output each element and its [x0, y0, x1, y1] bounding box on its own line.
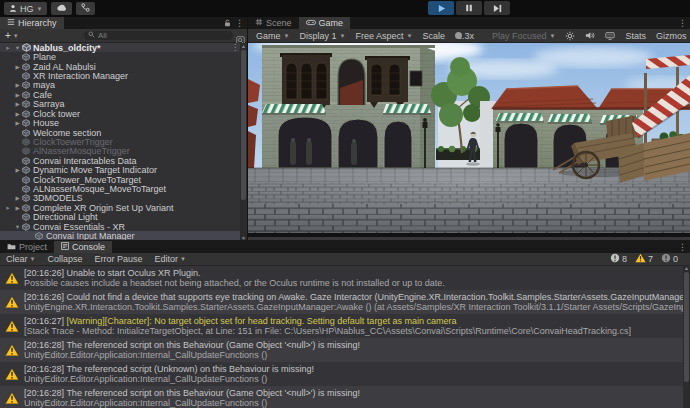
hierarchy-item[interactable]: ALNasserMosque_MoveToTarget — [0, 184, 247, 193]
foldout-arrow-icon[interactable]: ▶ — [13, 101, 22, 107]
hierarchy-item[interactable]: XR Interaction Manager — [0, 71, 247, 80]
hierarchy-item[interactable]: ▶Zaid AL Nabulsi — [0, 62, 247, 71]
picking-toggle-icon[interactable]: ➤ — [2, 45, 13, 51]
hierarchy-item[interactable]: ▶3DMODELS — [0, 194, 247, 203]
hierarchy-item[interactable]: ➤▶Complete XR Origin Set Up Variant — [0, 203, 247, 212]
tab-console[interactable]: Console — [54, 241, 112, 253]
error-pause-button[interactable]: Error Pause — [89, 253, 149, 265]
tab-scene[interactable]: Scene — [248, 17, 299, 29]
scroll-up-icon[interactable]: ▲ — [684, 265, 689, 271]
hierarchy-item[interactable]: Welcome section — [0, 128, 247, 137]
scene-asset-icon — [22, 43, 32, 52]
scale-slider-knob[interactable] — [455, 32, 462, 39]
foldout-arrow-icon[interactable]: ▶ — [13, 111, 22, 117]
step-button[interactable] — [484, 1, 510, 15]
hierarchy-search-input[interactable]: All — [84, 31, 233, 40]
chevron-down-icon: ▼ — [13, 33, 19, 39]
log-timestamp: [20:16:28] — [24, 364, 66, 374]
add-gameobject-button[interactable]: + ▼ — [0, 31, 24, 41]
audio-mute-icon[interactable] — [581, 31, 599, 40]
picking-toggle-icon[interactable]: ➤ — [2, 205, 13, 211]
hierarchy-item[interactable]: AlNasserMosqueTrigger — [0, 147, 247, 156]
aspect-dropdown[interactable]: Free Aspect▼ — [351, 31, 416, 41]
hierarchy-item[interactable]: ▶Sarraya — [0, 100, 247, 109]
scene-menu-icon[interactable]: ⋮ — [231, 43, 239, 52]
display-dropdown[interactable]: Display 1▼ — [295, 31, 349, 41]
info-count-toggle[interactable]: 8 — [610, 253, 627, 265]
console-menu-icon[interactable]: ⋮ — [678, 241, 687, 253]
log-trace: [Stack Trace - Method: InitializeTargetO… — [24, 326, 690, 337]
gear-icon[interactable] — [561, 31, 579, 41]
hierarchy-item[interactable]: Convai Interactables Data — [0, 156, 247, 165]
hierarchy-item[interactable]: ▶Clock tower — [0, 109, 247, 118]
hierarchy-item[interactable]: ClockToewerTrigger — [0, 137, 247, 146]
console-log-entry[interactable]: [20:16:28] The referenced script on this… — [0, 386, 690, 408]
lock-icon[interactable] — [224, 17, 231, 29]
foldout-arrow-icon[interactable]: ▶ — [13, 120, 22, 126]
console-log-entry[interactable]: [20:16:27] [Warning][Character]: No targ… — [0, 314, 690, 338]
tab-hierarchy[interactable]: Hierarchy — [0, 17, 64, 29]
console-log-entry[interactable]: [20:16:26] Unable to start Oculus XR Plu… — [0, 266, 690, 290]
display-mode-dropdown[interactable]: Game▼ — [252, 31, 293, 41]
branch-icon — [81, 3, 90, 14]
tab-game[interactable]: Game — [299, 17, 351, 29]
pause-button[interactable] — [456, 1, 482, 15]
foldout-arrow-icon[interactable]: ▶ — [13, 205, 22, 211]
log-trace: UnityEditor.EditorApplication:Internal_C… — [24, 350, 690, 361]
hierarchy-item[interactable]: ▶maya — [0, 81, 247, 90]
console-scrollbar[interactable]: ▲ — [683, 265, 690, 408]
log-text: [20:16:28] The referenced script on this… — [24, 388, 690, 408]
hierarchy-item[interactable]: ClockTower_MoveToTarget — [0, 175, 247, 184]
game-viewport[interactable] — [248, 43, 690, 237]
play-focused-dropdown[interactable]: Play Focused▼ — [488, 31, 559, 41]
collapse-button[interactable]: Collapse — [41, 253, 88, 265]
hierarchy-item[interactable]: Directional Light — [0, 213, 247, 222]
gameobject-cube-icon — [22, 185, 32, 193]
version-control-button[interactable] — [76, 2, 95, 15]
error-count-toggle[interactable]: 0 — [661, 253, 678, 265]
game-scene-render — [248, 43, 690, 237]
gameobject-cube-icon — [22, 157, 32, 165]
warning-icon — [635, 253, 646, 265]
gameobject-cube-icon — [22, 53, 32, 61]
foldout-arrow-icon[interactable]: ▶ — [13, 167, 22, 173]
editor-dropdown[interactable]: Editor▼ — [149, 253, 192, 265]
console-log-entry[interactable]: [20:16:28] The referenced script (Unknow… — [0, 362, 690, 386]
scroll-up-icon[interactable]: ▲ — [241, 43, 246, 49]
hierarchy-item[interactable]: ▶House — [0, 118, 247, 127]
clear-button[interactable]: Clear▼ — [0, 253, 41, 265]
scrollbar-thumb[interactable] — [684, 272, 689, 382]
hierarchy-menu-icon[interactable]: ⋮ — [235, 17, 244, 29]
cloud-button[interactable] — [51, 2, 72, 15]
foldout-arrow-icon[interactable]: ▶ — [13, 195, 22, 201]
console-log-entry[interactable]: [20:16:26] Could not find a device that … — [0, 290, 690, 314]
display-capture-icon[interactable] — [601, 32, 619, 40]
foldout-arrow-icon[interactable]: ▶ — [13, 82, 22, 88]
person-icon — [9, 4, 17, 14]
hierarchy-item[interactable]: ▶Cafe — [0, 90, 247, 99]
gizmos-dropdown[interactable]: Gizmos▼ — [652, 31, 690, 41]
account-label: HG — [20, 4, 34, 14]
hierarchy-item[interactable]: ▶Dynamic Move Target Indicator — [0, 165, 247, 174]
foldout-arrow-icon[interactable]: ▶ — [13, 64, 22, 70]
hierarchy-item[interactable]: Plane — [0, 52, 247, 61]
hierarchy-item[interactable]: ▼Convai Essentials - XR — [0, 222, 247, 231]
log-text: [20:16:26] Could not find a device that … — [24, 292, 690, 313]
tab-project[interactable]: Project — [0, 241, 54, 253]
stats-button[interactable]: Stats — [621, 31, 650, 41]
hierarchy-scrollbar[interactable]: ▲ ▼ — [240, 43, 247, 241]
warning-icon — [5, 344, 19, 357]
game-view-menu-icon[interactable]: ⋮ — [678, 17, 687, 29]
foldout-arrow-icon[interactable]: ▼ — [13, 224, 22, 230]
gameobject-cube-icon — [22, 110, 32, 118]
warning-count-toggle[interactable]: 7 — [635, 253, 653, 265]
play-button[interactable] — [428, 1, 454, 15]
scrollbar-thumb[interactable] — [241, 50, 246, 200]
foldout-arrow-icon[interactable]: ▶ — [13, 92, 22, 98]
account-button[interactable]: HG ▼ — [4, 2, 47, 15]
scene-header-row[interactable]: ➤ ▼ Nablus_oldcity* ⋮ — [0, 43, 247, 52]
tab-project-label: Project — [19, 242, 47, 252]
search-icon — [88, 31, 95, 40]
console-log-entry[interactable]: [20:16:28] The referenced script on this… — [0, 338, 690, 362]
foldout-arrow-icon[interactable]: ▼ — [13, 45, 22, 51]
